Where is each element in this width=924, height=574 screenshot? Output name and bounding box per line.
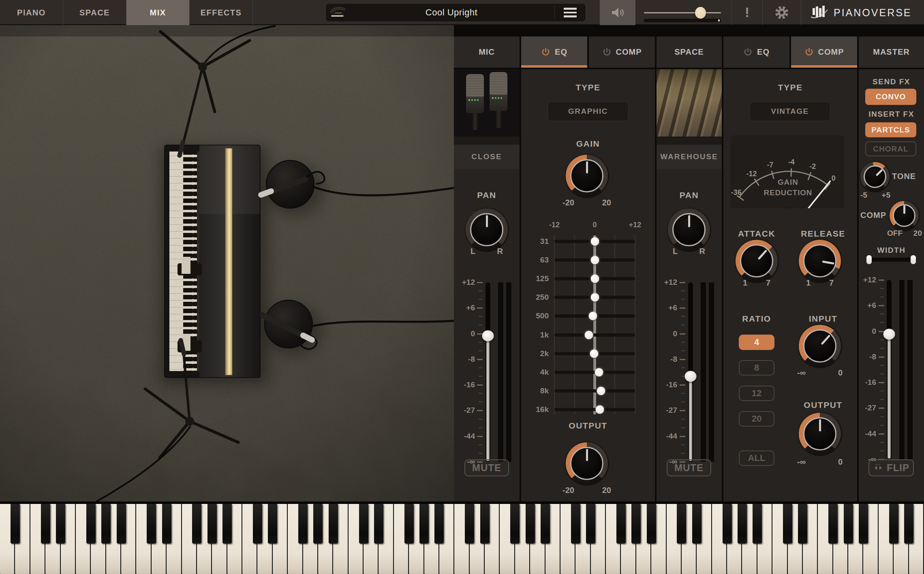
fader-track[interactable] bbox=[687, 282, 694, 462]
black-key[interactable] bbox=[677, 504, 686, 544]
black-key[interactable] bbox=[571, 504, 580, 544]
width-handle-left[interactable] bbox=[866, 255, 872, 264]
black-key[interactable] bbox=[404, 504, 414, 544]
choral-button[interactable]: CHORAL bbox=[865, 141, 916, 156]
black-key[interactable] bbox=[162, 504, 171, 544]
fader-handle[interactable] bbox=[685, 371, 697, 382]
black-key[interactable] bbox=[192, 504, 201, 544]
black-key[interactable] bbox=[359, 504, 368, 544]
black-key[interactable] bbox=[434, 504, 444, 544]
ratio-option-20[interactable]: 20 bbox=[739, 411, 774, 427]
volume-handle[interactable] bbox=[695, 7, 706, 19]
release-knob[interactable] bbox=[799, 240, 841, 282]
speaker-icon[interactable] bbox=[600, 0, 635, 25]
black-key[interactable] bbox=[753, 504, 762, 544]
preset-selector[interactable]: Cool Upright bbox=[325, 3, 586, 22]
channel-tab-space[interactable]: SPACE bbox=[657, 36, 722, 68]
settings-gear-icon[interactable] bbox=[763, 4, 801, 21]
eq-band-handle[interactable] bbox=[595, 368, 603, 376]
eq-band-handle[interactable] bbox=[590, 293, 599, 302]
black-key[interactable] bbox=[828, 504, 838, 544]
black-key[interactable] bbox=[147, 504, 156, 544]
power-icon[interactable] bbox=[541, 47, 550, 57]
volume-slider[interactable] bbox=[644, 12, 721, 13]
ratio-option-4[interactable]: 4 bbox=[739, 335, 774, 350]
black-key[interactable] bbox=[889, 504, 898, 544]
black-key[interactable] bbox=[692, 504, 702, 544]
black-key[interactable] bbox=[586, 504, 595, 544]
comp-type-button[interactable]: VINTAGE bbox=[749, 102, 830, 121]
channel-tab-space-comp[interactable]: COMP bbox=[791, 36, 857, 68]
eq-output-knob[interactable] bbox=[566, 442, 608, 484]
fader-track[interactable] bbox=[886, 280, 892, 459]
space-fader[interactable]: +12+60-8-16-27-44-∞ bbox=[657, 282, 722, 462]
mic-fader[interactable]: +12+60-8-16-27-44-∞ bbox=[454, 282, 520, 462]
ratio-option-ALL[interactable]: ALL bbox=[739, 450, 774, 466]
ratio-option-12[interactable]: 12 bbox=[739, 386, 774, 401]
eq-band-track[interactable] bbox=[554, 408, 635, 411]
space-type-label[interactable]: WAREHOUSE bbox=[657, 145, 722, 169]
eq-band-handle[interactable] bbox=[588, 312, 597, 320]
power-icon[interactable] bbox=[804, 47, 814, 57]
black-key[interactable] bbox=[616, 504, 626, 544]
eq-band-handle[interactable] bbox=[590, 275, 599, 283]
channel-tab-mic-comp[interactable]: COMP bbox=[589, 36, 655, 68]
fader-handle[interactable] bbox=[883, 329, 895, 339]
power-icon[interactable] bbox=[743, 47, 753, 57]
black-key[interactable] bbox=[798, 504, 807, 544]
black-key[interactable] bbox=[117, 504, 126, 544]
tab-piano[interactable]: PIANO bbox=[0, 0, 63, 25]
black-key[interactable] bbox=[253, 504, 262, 544]
black-key[interactable] bbox=[268, 504, 277, 544]
channel-tab-mic[interactable]: MIC bbox=[454, 36, 520, 68]
eq-band-track[interactable] bbox=[554, 333, 635, 337]
black-key[interactable] bbox=[631, 504, 641, 544]
mic-position-label[interactable]: CLOSE bbox=[454, 145, 520, 169]
attack-knob[interactable] bbox=[736, 240, 778, 282]
black-key[interactable] bbox=[510, 504, 520, 544]
fader-track[interactable] bbox=[485, 282, 491, 462]
black-key[interactable] bbox=[738, 504, 747, 544]
black-key[interactable] bbox=[207, 504, 217, 544]
eq-band-handle[interactable] bbox=[595, 405, 604, 414]
black-key[interactable] bbox=[844, 504, 853, 544]
master-fader[interactable]: +12+60-8-16-27-44-∞ bbox=[859, 280, 924, 459]
channel-tab-space-eq[interactable]: EQ bbox=[723, 36, 789, 68]
eq-band-handle[interactable] bbox=[590, 237, 599, 246]
width-slider[interactable] bbox=[866, 255, 916, 264]
alert-icon[interactable]: ! bbox=[732, 5, 762, 20]
black-key[interactable] bbox=[329, 504, 338, 544]
convo-button[interactable]: CONVO bbox=[865, 89, 916, 105]
black-key[interactable] bbox=[783, 504, 792, 544]
eq-band-handle[interactable] bbox=[590, 256, 599, 265]
eq-band-track[interactable] bbox=[554, 389, 635, 393]
input-knob[interactable] bbox=[799, 325, 841, 367]
tab-mix[interactable]: MIX bbox=[126, 0, 190, 25]
black-key[interactable] bbox=[904, 504, 913, 544]
eq-band-handle[interactable] bbox=[590, 349, 598, 358]
mic-pan-knob[interactable] bbox=[466, 209, 508, 251]
black-key[interactable] bbox=[541, 504, 550, 544]
black-key[interactable] bbox=[41, 504, 50, 544]
eq-band-handle[interactable] bbox=[597, 386, 605, 395]
eq-band-handle[interactable] bbox=[585, 331, 593, 339]
ratio-option-8[interactable]: 8 bbox=[739, 360, 774, 376]
fader-handle[interactable] bbox=[482, 331, 494, 341]
black-key[interactable] bbox=[11, 504, 20, 544]
partcls-button[interactable]: PARTCLS bbox=[865, 122, 916, 137]
black-key[interactable] bbox=[465, 504, 474, 544]
mic-mute-button[interactable]: MUTE bbox=[464, 459, 509, 476]
black-key[interactable] bbox=[526, 504, 535, 544]
master-comp-knob[interactable] bbox=[890, 201, 919, 230]
black-key[interactable] bbox=[374, 504, 383, 544]
width-handle-right[interactable] bbox=[911, 255, 916, 264]
channel-tab-master[interactable]: MASTER bbox=[859, 36, 924, 68]
black-key[interactable] bbox=[647, 504, 656, 544]
preset-menu-icon[interactable] bbox=[555, 4, 586, 21]
black-key[interactable] bbox=[222, 504, 232, 544]
black-key[interactable] bbox=[859, 504, 868, 544]
channel-tab-mic-eq[interactable]: EQ bbox=[521, 36, 587, 68]
black-key[interactable] bbox=[723, 504, 732, 544]
black-key[interactable] bbox=[480, 504, 490, 544]
black-key[interactable] bbox=[56, 504, 65, 544]
